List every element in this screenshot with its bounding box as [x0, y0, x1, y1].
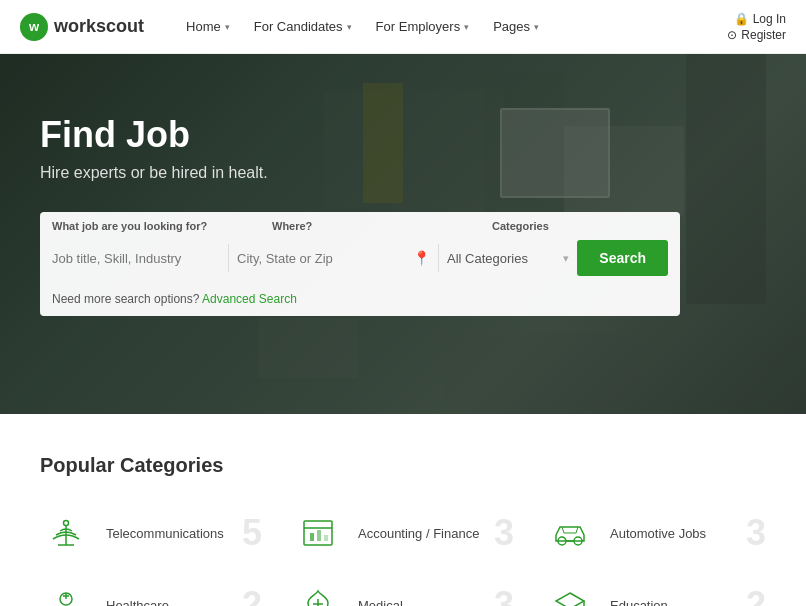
- medical-icon: [298, 585, 338, 606]
- logo-icon: w: [20, 13, 48, 41]
- categories-section: Popular Categories Telecommunications 5: [0, 414, 806, 606]
- category-card-telecom[interactable]: Telecommunications 5: [40, 507, 262, 559]
- category-card-accounting[interactable]: Accounting / Finance 3: [292, 507, 514, 559]
- login-button[interactable]: 🔒 Log In: [734, 12, 786, 26]
- category-name-telecom: Telecommunications: [106, 526, 224, 541]
- category-count-medical: 3: [494, 587, 514, 606]
- category-label: Categories: [492, 220, 668, 232]
- category-info-healthcare: Healthcare: [106, 596, 228, 606]
- categories-grid: Telecommunications 5 Accounting / Financ…: [40, 507, 766, 606]
- navbar: w workscout Home ▾ For Candidates ▾ For …: [0, 0, 806, 54]
- advanced-search-link[interactable]: Advanced Search: [202, 292, 297, 306]
- category-count-accounting: 3: [494, 515, 514, 551]
- healthcare-icon: [46, 585, 86, 606]
- category-info-telecom: Telecommunications: [106, 524, 228, 542]
- nav-item-candidates[interactable]: For Candidates ▾: [242, 0, 364, 54]
- category-info-education: Education: [610, 596, 732, 606]
- nav-item-employers[interactable]: For Employers ▾: [364, 0, 482, 54]
- svg-point-0: [64, 521, 69, 526]
- automotive-icon: [550, 513, 590, 553]
- telecom-icon: [46, 513, 86, 553]
- category-name-education: Education: [610, 598, 668, 606]
- chevron-down-icon: ▾: [534, 22, 539, 32]
- category-name-automotive: Automotive Jobs: [610, 526, 706, 541]
- where-label: Where?: [272, 220, 492, 232]
- accounting-icon: [298, 513, 338, 553]
- svg-rect-6: [317, 530, 321, 541]
- category-count-automotive: 3: [746, 515, 766, 551]
- chevron-down-icon: ▾: [563, 252, 569, 265]
- automotive-icon-wrap: [544, 507, 596, 559]
- divider-2: [438, 244, 439, 272]
- healthcare-icon-wrap: [40, 579, 92, 606]
- category-name-medical: Medical: [358, 598, 403, 606]
- category-card-automotive[interactable]: Automotive Jobs 3: [544, 507, 766, 559]
- search-box: What job are you looking for? Where? Cat…: [40, 212, 680, 316]
- logo-text: workscout: [54, 16, 144, 37]
- category-count-telecom: 5: [242, 515, 262, 551]
- nav-item-home[interactable]: Home ▾: [174, 0, 242, 54]
- hero-subtitle: Hire experts or be hired in healt.: [40, 164, 766, 182]
- search-labels: What job are you looking for? Where? Cat…: [40, 212, 680, 232]
- chevron-down-icon: ▾: [347, 22, 352, 32]
- hero-content: Find Job Hire experts or be hired in hea…: [0, 54, 806, 316]
- advanced-search-line: Need more search options? Advanced Searc…: [40, 284, 680, 316]
- chevron-down-icon: ▾: [464, 22, 469, 32]
- nav-auth: 🔒 Log In ⊙ Register: [727, 12, 786, 42]
- search-inputs: 📍 All Categories ▾ Search: [40, 232, 680, 284]
- logo[interactable]: w workscout: [20, 13, 144, 41]
- register-button[interactable]: ⊙ Register: [727, 28, 786, 42]
- section-title: Popular Categories: [40, 454, 766, 477]
- svg-rect-7: [324, 535, 328, 541]
- circle-icon: ⊙: [727, 28, 737, 42]
- category-select[interactable]: All Categories: [447, 251, 555, 266]
- location-input[interactable]: [237, 245, 405, 272]
- category-card-education[interactable]: Education 2: [544, 579, 766, 606]
- education-icon: [550, 585, 590, 606]
- job-search-input[interactable]: [52, 245, 220, 272]
- medical-icon-wrap: [292, 579, 344, 606]
- job-label: What job are you looking for?: [52, 220, 272, 232]
- hero-section: Find Job Hire experts or be hired in hea…: [0, 54, 806, 414]
- category-count-healthcare: 2: [242, 587, 262, 606]
- hero-title: Find Job: [40, 114, 766, 156]
- telecom-icon-wrap: [40, 507, 92, 559]
- category-name-accounting: Accounting / Finance: [358, 526, 479, 541]
- category-info-accounting: Accounting / Finance: [358, 524, 480, 542]
- education-icon-wrap: [544, 579, 596, 606]
- lock-icon: 🔒: [734, 12, 749, 26]
- svg-rect-5: [310, 533, 314, 541]
- category-name-healthcare: Healthcare: [106, 598, 169, 606]
- divider: [228, 244, 229, 272]
- chevron-down-icon: ▾: [225, 22, 230, 32]
- nav-links: Home ▾ For Candidates ▾ For Employers ▾ …: [174, 0, 727, 54]
- nav-item-pages[interactable]: Pages ▾: [481, 0, 551, 54]
- category-card-healthcare[interactable]: Healthcare 2: [40, 579, 262, 606]
- category-count-education: 2: [746, 587, 766, 606]
- category-info-automotive: Automotive Jobs: [610, 524, 732, 542]
- search-button[interactable]: Search: [577, 240, 668, 276]
- location-icon: 📍: [413, 250, 430, 266]
- category-info-medical: Medical: [358, 596, 480, 606]
- accounting-icon-wrap: [292, 507, 344, 559]
- category-card-medical[interactable]: Medical 3: [292, 579, 514, 606]
